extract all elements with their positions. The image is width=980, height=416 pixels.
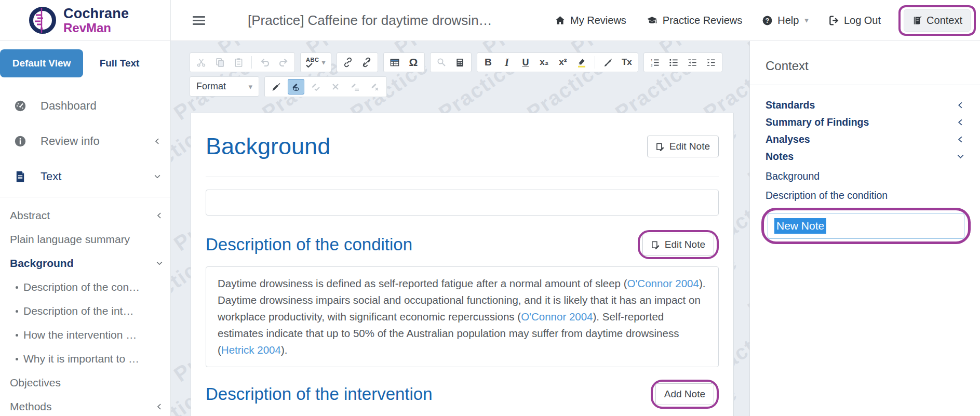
numbered-list-icon[interactable]: 12 (649, 56, 661, 69)
paste-icon[interactable] (233, 56, 244, 69)
reject-change-icon[interactable] (327, 79, 344, 95)
document-card: Background Edit Note Description of the … (191, 113, 734, 416)
svg-text:2: 2 (651, 63, 653, 67)
background-title-row: Background Edit Note (206, 113, 719, 177)
context-item-summary-of-findings[interactable]: Summary of Findings (766, 114, 964, 131)
accept-change-icon[interactable] (307, 79, 324, 95)
bullet-icon (16, 358, 18, 360)
copy-icon[interactable] (214, 56, 225, 69)
nav-log-out[interactable]: Log Out (828, 15, 881, 26)
citation-link[interactable]: O'Connor 2004 (521, 311, 593, 323)
accept-all-changes-icon[interactable] (347, 79, 364, 95)
add-note-annotation: Add Note (651, 380, 719, 409)
clipboard-group (190, 52, 295, 72)
sidebar-section-abstract[interactable]: Abstract (0, 204, 170, 227)
track-changes-icon[interactable] (268, 79, 285, 95)
book-icon (912, 16, 922, 25)
new-note-input[interactable]: New Note (768, 213, 964, 239)
spellcheck-icon[interactable]: ABC ▾ (306, 56, 326, 69)
toolbar-separator (595, 56, 595, 69)
sidebar-item-dashboard[interactable]: Dashboard (0, 91, 170, 121)
citation-link[interactable]: Hetrick 2004 (221, 344, 281, 356)
reject-all-changes-icon[interactable] (367, 79, 383, 95)
context-panel-title: Context (766, 59, 964, 73)
search-icon[interactable] (436, 56, 447, 69)
context-item-label: Analyses (766, 133, 810, 145)
redo-icon[interactable] (278, 56, 289, 69)
bold-icon[interactable]: B (482, 56, 494, 69)
nav-practice-reviews[interactable]: Practice Reviews (646, 15, 742, 26)
watermark-text: Practice (744, 382, 749, 416)
context-button-label: Context (927, 15, 962, 26)
insert-table-icon[interactable] (389, 56, 400, 69)
highlight-icon[interactable] (576, 56, 587, 69)
cut-icon[interactable] (195, 56, 207, 69)
increase-indent-icon[interactable] (705, 56, 717, 69)
chevron-left-icon (957, 136, 964, 143)
context-item-notes[interactable]: Notes (766, 148, 964, 165)
note-icon (656, 142, 665, 151)
edit-note-button-background[interactable]: Edit Note (647, 136, 719, 157)
clear-formatting-icon[interactable]: Tx (621, 56, 633, 69)
context-button-annotation: Context (898, 5, 976, 36)
subsection-label: Why it is important to … (23, 353, 139, 365)
graduation-cap-icon (646, 15, 658, 26)
tab-default-view[interactable]: Default View (0, 49, 83, 77)
insert-link-icon[interactable] (342, 56, 354, 69)
sidebar-section-methods[interactable]: Methods (0, 395, 170, 416)
superscript-icon[interactable]: x² (557, 56, 569, 69)
sidebar-divider (0, 197, 170, 197)
menu-hamburger-button[interactable] (187, 9, 210, 32)
context-toggle-button[interactable]: Context (904, 9, 971, 32)
note-path-description-condition[interactable]: Description of the condition (766, 184, 964, 204)
top-navigation: My Reviews Practice Reviews ? Help ▾ Log… (555, 15, 881, 26)
svg-text:1: 1 (651, 58, 653, 61)
note-path-background[interactable]: Background (766, 165, 964, 184)
section-label: Abstract (10, 209, 156, 222)
new-note-annotation: New Note (761, 208, 971, 244)
sidebar-subsection-how-intervention[interactable]: How the intervention … (0, 323, 170, 347)
sidebar-item-review-info[interactable]: Review info (0, 126, 170, 156)
sidebar-item-label: Text (41, 170, 140, 183)
calculator-icon[interactable] (454, 56, 466, 69)
bulleted-list-icon[interactable] (668, 56, 679, 69)
section-label: Plain language summary (10, 233, 163, 246)
show-changes-icon[interactable] (288, 79, 304, 95)
sidebar-item-text[interactable]: Text (0, 162, 170, 192)
background-empty-paragraph[interactable] (206, 190, 719, 216)
nav-label: Practice Reviews (663, 15, 742, 26)
decrease-indent-icon[interactable] (687, 56, 698, 69)
sidebar-subsection-description-intervention[interactable]: Description of the int… (0, 299, 170, 323)
edit-note-button-description-condition[interactable]: Edit Note (642, 234, 714, 256)
sidebar-subsection-description-condition[interactable]: Description of the con… (0, 275, 170, 299)
paragraph-format-dropdown[interactable]: Format ▾ (190, 76, 259, 97)
add-note-button-description-intervention[interactable]: Add Note (655, 383, 714, 405)
section-label: Methods (10, 400, 156, 413)
sidebar-subsection-why-important[interactable]: Why it is important to … (0, 347, 170, 371)
citation-link[interactable]: O'Connor 2004 (627, 277, 699, 289)
sidebar-section-objectives[interactable]: Objectives (0, 371, 170, 395)
sidebar-section-plain-language-summary[interactable]: Plain language summary (0, 227, 170, 251)
remove-link-icon[interactable] (361, 56, 372, 69)
nav-my-reviews[interactable]: My Reviews (555, 15, 626, 26)
nav-help[interactable]: ? Help ▾ (762, 15, 809, 26)
undo-icon[interactable] (259, 56, 271, 69)
link-group (337, 52, 378, 72)
cochrane-logo-icon (29, 7, 56, 34)
underline-icon[interactable]: U (520, 56, 531, 69)
sidebar-section-background[interactable]: Background (0, 251, 170, 275)
tab-full-text[interactable]: Full Text (83, 49, 156, 77)
context-item-analyses[interactable]: Analyses (766, 131, 964, 148)
context-item-standards[interactable]: Standards (766, 97, 964, 114)
format-painter-icon[interactable] (602, 56, 614, 69)
paragraph-description-condition[interactable]: Daytime drowsiness is defined as self-re… (206, 266, 719, 367)
special-character-icon[interactable]: Ω (408, 56, 419, 69)
subscript-icon[interactable]: x₂ (539, 56, 550, 69)
app-logo[interactable]: Cochrane RevMan (0, 0, 171, 41)
description-condition-heading-row: Description of the condition Edit Note (206, 230, 719, 259)
chevron-down-icon (957, 153, 964, 160)
bullet-icon (16, 310, 18, 313)
italic-icon[interactable]: I (501, 56, 513, 69)
sidebar-item-label: Dashboard (41, 99, 161, 113)
chevron-down-icon (156, 260, 163, 267)
